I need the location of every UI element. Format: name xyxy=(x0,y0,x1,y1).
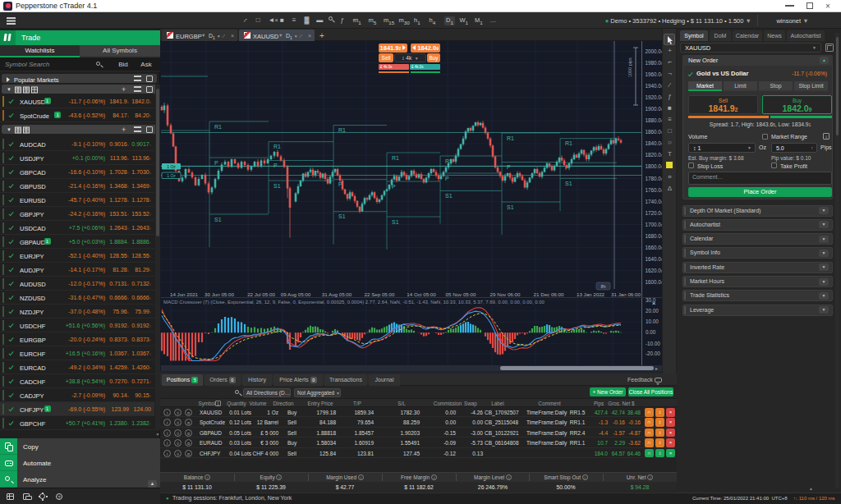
svg-text:R1: R1 xyxy=(392,155,399,161)
svg-text:1760.05: 1760.05 xyxy=(645,187,662,193)
svg-text:30 Jun 05:00: 30 Jun 05:00 xyxy=(205,291,234,297)
svg-text:MACD Crossover (7) (Close, Exp: MACD Crossover (7) (Close, Exponential, … xyxy=(163,300,545,305)
svg-text:S1: S1 xyxy=(565,181,572,186)
svg-text:1700.05: 1700.05 xyxy=(645,222,662,227)
svg-text:R1: R1 xyxy=(273,144,281,149)
svg-text:P: P xyxy=(273,163,278,168)
svg-text:10.00: 10.00 xyxy=(646,318,659,324)
svg-text:R1: R1 xyxy=(214,124,222,130)
svg-text:1940.05: 1940.05 xyxy=(645,83,662,89)
svg-text:14 Jun 2021: 14 Jun 2021 xyxy=(170,291,199,297)
svg-text:-20.00: -20.00 xyxy=(646,351,660,356)
svg-text:1 Oz: 1 Oz xyxy=(167,173,176,178)
svg-text:1880.05: 1880.05 xyxy=(645,117,662,123)
svg-text:1620.05: 1620.05 xyxy=(645,268,662,273)
svg-text:1660.05: 1660.05 xyxy=(645,245,662,250)
svg-text:1720.05: 1720.05 xyxy=(645,210,662,216)
svg-text:30.0: 30.0 xyxy=(646,297,656,303)
svg-text:22 Jul 05:00: 22 Jul 05:00 xyxy=(247,291,275,297)
svg-text:1900.05: 1900.05 xyxy=(645,106,662,112)
svg-text:22 Sep 05:00: 22 Sep 05:00 xyxy=(365,291,395,297)
svg-text:1780.05: 1780.05 xyxy=(645,176,662,181)
svg-text:1980.05: 1980.05 xyxy=(645,60,662,66)
svg-text:1740.05: 1740.05 xyxy=(645,199,662,204)
svg-text:29 Nov 06:00: 29 Nov 06:00 xyxy=(490,291,521,297)
svg-text:31 Aug 05:00: 31 Aug 05:00 xyxy=(322,291,352,297)
svg-text:1600.05: 1600.05 xyxy=(645,279,662,285)
svg-text:05 Nov 05:00: 05 Nov 05:00 xyxy=(446,291,476,297)
svg-text:S1: S1 xyxy=(273,183,281,189)
svg-text:21 Dec 06:00: 21 Dec 06:00 xyxy=(534,291,564,297)
svg-text:P: P xyxy=(214,160,218,166)
svg-text:14 Oct 05:00: 14 Oct 05:00 xyxy=(407,291,436,297)
svg-text:P: P xyxy=(507,164,511,170)
svg-text:1920.05: 1920.05 xyxy=(645,94,662,100)
svg-text:1840.05: 1840.05 xyxy=(645,140,662,146)
svg-text:1640.05: 1640.05 xyxy=(645,256,662,262)
svg-text:1820.05: 1820.05 xyxy=(645,152,662,158)
svg-text:1960.05: 1960.05 xyxy=(645,71,662,77)
svg-text:1000 pips: 1000 pips xyxy=(627,57,632,77)
svg-text:R1: R1 xyxy=(565,140,572,146)
svg-text:R1: R1 xyxy=(507,135,514,141)
svg-text:20.00: 20.00 xyxy=(646,308,659,314)
svg-text:2000.05: 2000.05 xyxy=(645,48,662,54)
svg-text:1680.05: 1680.05 xyxy=(645,233,662,239)
svg-text:1860.05: 1860.05 xyxy=(645,129,662,135)
svg-text:S1: S1 xyxy=(214,217,222,222)
svg-text:S1: S1 xyxy=(445,193,453,199)
svg-text:1 Oz: 1 Oz xyxy=(167,164,176,169)
svg-text:09 Aug 05:00: 09 Aug 05:00 xyxy=(281,291,311,297)
svg-text:S1: S1 xyxy=(338,213,346,219)
svg-text:1800.05: 1800.05 xyxy=(645,163,662,169)
svg-text:-10.00: -10.00 xyxy=(646,341,660,346)
svg-text:R1: R1 xyxy=(338,127,346,133)
svg-text:13 Jan 2022: 13 Jan 2022 xyxy=(577,291,605,297)
svg-text:P: P xyxy=(445,176,449,181)
svg-text:S1: S1 xyxy=(392,219,399,225)
svg-text:S1: S1 xyxy=(507,204,514,210)
svg-text:31 Jan 06:00: 31 Jan 06:00 xyxy=(611,291,641,297)
svg-text:0.00: 0.00 xyxy=(646,329,656,335)
svg-text:8h: 8h xyxy=(600,284,605,289)
